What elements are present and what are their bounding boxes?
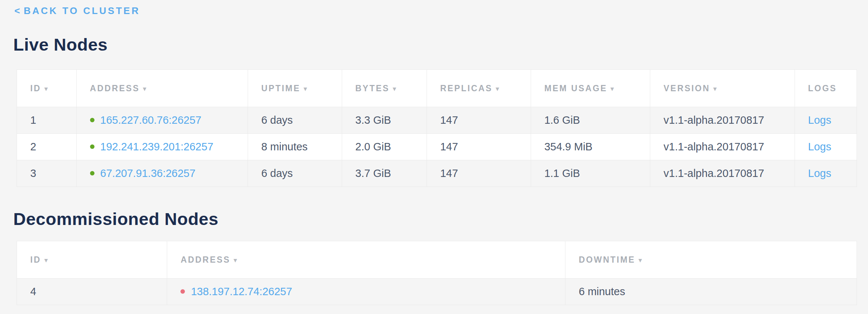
node-bytes-cell: 3.7 GiB — [342, 160, 427, 187]
table-row-node-2: 2 192.241.239.201:26257 8 minutes 2.0 Gi… — [17, 134, 857, 160]
back-chevron-icon: < — [14, 5, 20, 16]
node-replicas-cell: 147 — [427, 160, 531, 187]
decommissioned-header-row: ID▾ ADDRESS▾ DOWNTIME▾ — [17, 241, 857, 279]
live-nodes-title: Live Nodes — [13, 35, 868, 54]
node-address-cell: 192.241.239.201:26257 — [76, 134, 248, 160]
node-address-cell: 138.197.12.74:26257 — [167, 279, 565, 305]
live-header-version-label: VERSION — [664, 83, 710, 93]
sort-arrow-icon: ▾ — [44, 256, 48, 264]
node-address-link[interactable]: 165.227.60.76:26257 — [100, 114, 202, 126]
node-id-cell: 1 — [17, 107, 77, 134]
node-uptime-cell: 6 days — [248, 160, 342, 187]
live-header-id[interactable]: ID▾ — [17, 70, 77, 107]
decommissioned-nodes-table: ID▾ ADDRESS▾ DOWNTIME▾ 4 138.197.12.74:2… — [17, 241, 857, 305]
node-logs-link[interactable]: Logs — [808, 114, 831, 126]
node-mem-usage-cell: 1.1 GiB — [531, 160, 650, 187]
node-mem-usage-cell: 354.9 MiB — [531, 134, 650, 160]
node-uptime-cell: 8 minutes — [248, 134, 342, 160]
live-nodes-header-row: ID▾ ADDRESS▾ UPTIME▾ BYTES▾ REPLICAS▾ ME… — [17, 70, 857, 107]
sort-arrow-icon: ▾ — [304, 85, 307, 93]
node-id-cell: 2 — [17, 134, 77, 160]
sort-arrow-icon: ▾ — [143, 85, 146, 93]
node-address-link[interactable]: 138.197.12.74:26257 — [191, 286, 292, 297]
node-replicas-cell: 147 — [427, 107, 531, 134]
decommissioned-header-id-label: ID — [30, 255, 41, 264]
node-logs-link[interactable]: Logs — [808, 141, 831, 153]
live-header-id-label: ID — [30, 83, 41, 93]
table-row-node-1: 1 165.227.60.76:26257 6 days 3.3 GiB 147… — [17, 107, 857, 134]
live-nodes-table: ID▾ ADDRESS▾ UPTIME▾ BYTES▾ REPLICAS▾ ME… — [17, 69, 857, 187]
sort-arrow-icon: ▾ — [611, 85, 614, 93]
live-header-mem-usage[interactable]: MEM USAGE▾ — [531, 70, 650, 107]
decommissioned-header-downtime-label: DOWNTIME — [579, 255, 635, 264]
node-version-cell: v1.1-alpha.20170817 — [650, 160, 795, 187]
live-status-dot-icon — [90, 144, 94, 149]
live-header-uptime[interactable]: UPTIME▾ — [248, 70, 342, 107]
node-uptime-cell: 6 days — [248, 107, 342, 134]
live-header-bytes[interactable]: BYTES▾ — [342, 70, 427, 107]
live-header-replicas-label: REPLICAS — [440, 83, 493, 93]
node-replicas-cell: 147 — [427, 134, 531, 160]
node-logs-cell: Logs — [795, 134, 857, 160]
live-header-address[interactable]: ADDRESS▾ — [76, 70, 248, 107]
live-header-logs: LOGS — [795, 70, 857, 107]
node-logs-cell: Logs — [795, 107, 857, 134]
node-address-link[interactable]: 67.207.91.36:26257 — [100, 167, 196, 179]
sort-arrow-icon: ▾ — [234, 256, 237, 264]
decommissioned-status-dot-icon — [180, 289, 185, 294]
decommissioned-header-downtime[interactable]: DOWNTIME▾ — [565, 241, 857, 279]
decommissioned-header-address-label: ADDRESS — [180, 255, 230, 264]
node-address-link[interactable]: 192.241.239.201:26257 — [100, 141, 213, 153]
live-header-replicas[interactable]: REPLICAS▾ — [427, 70, 531, 107]
node-mem-usage-cell: 1.6 GiB — [531, 107, 650, 134]
node-logs-link[interactable]: Logs — [808, 167, 831, 179]
live-header-version[interactable]: VERSION▾ — [650, 70, 795, 107]
table-row-node-3: 3 67.207.91.36:26257 6 days 3.7 GiB 147 … — [17, 160, 857, 187]
back-to-cluster-link[interactable]: <BACK TO CLUSTER — [14, 5, 140, 16]
sort-arrow-icon: ▾ — [496, 85, 499, 93]
back-link-label: BACK TO CLUSTER — [24, 5, 140, 16]
table-row-node-4: 4 138.197.12.74:26257 6 minutes — [17, 279, 857, 305]
sort-arrow-icon: ▾ — [713, 85, 717, 93]
sort-arrow-icon: ▾ — [44, 85, 48, 93]
live-header-uptime-label: UPTIME — [261, 83, 300, 93]
node-logs-cell: Logs — [795, 160, 857, 187]
node-address-cell: 67.207.91.36:26257 — [76, 160, 248, 187]
node-bytes-cell: 3.3 GiB — [342, 107, 427, 134]
nodes-page: <BACK TO CLUSTER Live Nodes ID▾ ADDRESS▾… — [0, 0, 868, 314]
decommissioned-header-id[interactable]: ID▾ — [17, 241, 167, 279]
node-downtime-cell: 6 minutes — [565, 279, 857, 305]
node-id-cell: 3 — [17, 160, 77, 187]
node-version-cell: v1.1-alpha.20170817 — [650, 134, 795, 160]
live-header-address-label: ADDRESS — [90, 83, 140, 93]
live-header-mem-usage-label: MEM USAGE — [544, 83, 607, 93]
decommissioned-nodes-title: Decommissioned Nodes — [13, 209, 868, 229]
decommissioned-header-address[interactable]: ADDRESS▾ — [167, 241, 565, 279]
sort-arrow-icon: ▾ — [639, 256, 642, 264]
live-header-logs-label: LOGS — [808, 83, 837, 93]
node-version-cell: v1.1-alpha.20170817 — [650, 107, 795, 134]
node-address-cell: 165.227.60.76:26257 — [76, 107, 248, 134]
sort-arrow-icon: ▾ — [393, 85, 396, 93]
live-status-dot-icon — [90, 118, 94, 122]
live-status-dot-icon — [90, 171, 94, 175]
node-id-cell: 4 — [17, 279, 167, 305]
live-header-bytes-label: BYTES — [355, 83, 390, 93]
node-bytes-cell: 2.0 GiB — [342, 134, 427, 160]
